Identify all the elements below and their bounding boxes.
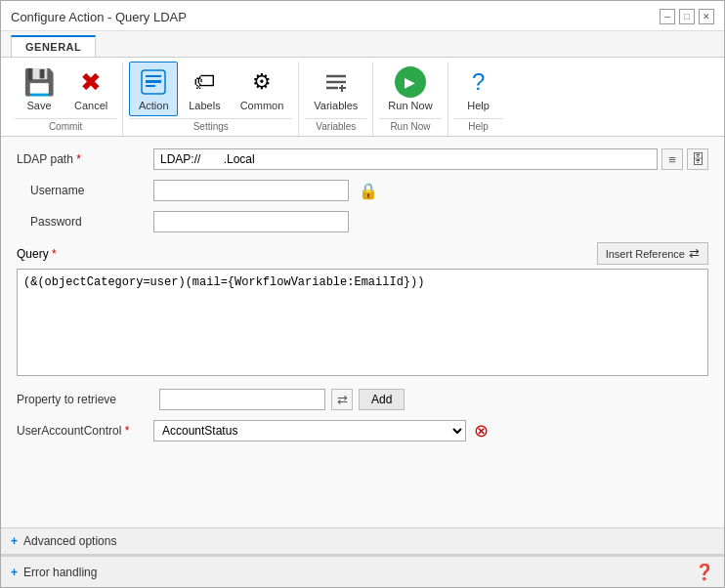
labels-button[interactable]: 🏷 Labels — [180, 62, 229, 116]
cancel-button[interactable]: ✖ Cancel — [65, 62, 116, 116]
action-button[interactable]: Action — [129, 62, 178, 116]
cancel-label: Cancel — [74, 100, 107, 111]
variables-icon — [320, 66, 352, 98]
error-handling-section: + Error handling ❓ — [1, 555, 724, 587]
property-filter-button[interactable]: ⇄ — [331, 389, 353, 410]
ribbon-group-variables: Variables Variables — [299, 62, 373, 136]
svg-rect-1 — [146, 80, 161, 83]
window-controls: ─ □ ✕ — [660, 9, 714, 24]
help-circle-icon[interactable]: ❓ — [695, 563, 714, 581]
action-icon — [138, 66, 169, 98]
run-now-group-label: Run Now — [379, 118, 441, 132]
password-label: Password — [17, 215, 153, 229]
advanced-expand-icon: + — [11, 534, 18, 548]
ribbon-group-settings: Action 🏷 Labels ⚙ Common Settings — [123, 62, 299, 136]
ribbon-group-commit: 💾 Save ✖ Cancel Commit — [9, 62, 123, 136]
labels-label: Labels — [189, 100, 220, 111]
ldap-required: * — [76, 152, 81, 166]
labels-icon: 🏷 — [189, 66, 220, 98]
query-section: Query * Insert Reference ⇄ (&(objectCate… — [17, 242, 708, 379]
ribbon-group-help: ? Help Help — [448, 62, 509, 136]
password-input[interactable] — [153, 211, 349, 232]
cancel-icon: ✖ — [75, 66, 107, 98]
help-buttons: ? Help — [454, 62, 503, 116]
ribbon: 💾 Save ✖ Cancel Commit — [1, 58, 724, 137]
user-account-controls: AccountStatus ⊗ — [153, 420, 489, 441]
run-now-icon: ▶ — [395, 66, 426, 98]
password-row: Password — [17, 211, 708, 232]
error-handling-header: + Error handling ❓ — [1, 556, 724, 587]
advanced-options-label: Advanced options — [23, 534, 116, 548]
property-label: Property to retrieve — [17, 393, 153, 406]
query-textarea[interactable]: (&(objectCategory=user)(mail={WorkflowVa… — [17, 269, 708, 376]
help-group-label: Help — [454, 118, 503, 132]
tabs-bar: GENERAL — [1, 31, 724, 58]
insert-ref-icon: ⇄ — [689, 246, 700, 261]
commit-buttons: 💾 Save ✖ Cancel — [15, 62, 116, 116]
settings-buttons: Action 🏷 Labels ⚙ Common — [129, 62, 292, 116]
save-icon: 💾 — [23, 66, 55, 98]
save-label: Save — [26, 100, 51, 111]
help-label: Help — [467, 100, 490, 111]
user-account-label: UserAccountControl * — [17, 424, 153, 438]
lock-icon: 🔒 — [359, 182, 378, 200]
ribbon-group-run-now: ▶ Run Now Run Now — [373, 62, 448, 136]
run-now-label: Run Now — [388, 100, 432, 111]
common-button[interactable]: ⚙ Common — [232, 62, 293, 116]
error-expand-icon: + — [11, 566, 18, 579]
title-bar: Configure Action - Query LDAP ─ □ ✕ — [1, 1, 724, 31]
query-header: Query * Insert Reference ⇄ — [17, 242, 708, 265]
ldap-path-row: LDAP path * ≡ 🗄 — [17, 148, 708, 170]
insert-reference-button[interactable]: Insert Reference ⇄ — [597, 242, 708, 265]
restore-button[interactable]: □ — [679, 9, 695, 24]
help-icon: ? — [463, 66, 494, 98]
run-now-button[interactable]: ▶ Run Now — [379, 62, 441, 116]
username-label: Username — [17, 184, 153, 197]
window-title: Configure Action - Query LDAP — [11, 10, 187, 24]
tab-general[interactable]: GENERAL — [11, 35, 96, 57]
svg-rect-3 — [146, 85, 155, 87]
ldap-path-input[interactable] — [153, 148, 658, 170]
username-input[interactable] — [153, 180, 349, 201]
property-row: Property to retrieve ⇄ Add — [17, 389, 708, 410]
settings-group-label: Settings — [129, 118, 292, 132]
common-icon: ⚙ — [246, 66, 277, 98]
form-content: LDAP path * ≡ 🗄 Username 🔒 Password — [1, 137, 724, 527]
action-label: Action — [139, 100, 169, 111]
common-label: Common — [240, 100, 284, 111]
help-button[interactable]: ? Help — [454, 62, 503, 116]
svg-rect-2 — [146, 75, 161, 77]
uac-required: * — [125, 424, 130, 438]
ldap-path-label: LDAP path * — [17, 152, 153, 166]
query-required: * — [52, 247, 57, 261]
commit-group-label: Commit — [15, 118, 116, 132]
variables-label: Variables — [314, 100, 358, 111]
query-label: Query * — [17, 247, 57, 261]
ldap-filter-button[interactable]: ≡ — [661, 148, 683, 170]
variables-group-label: Variables — [305, 118, 366, 132]
property-input[interactable] — [159, 389, 325, 410]
username-row: Username 🔒 — [17, 180, 708, 201]
variables-button[interactable]: Variables — [305, 62, 366, 116]
ldap-db-button[interactable]: 🗄 — [687, 148, 708, 170]
main-window: Configure Action - Query LDAP ─ □ ✕ GENE… — [0, 0, 725, 588]
user-account-row: UserAccountControl * AccountStatus ⊗ — [17, 420, 708, 441]
error-handling-label[interactable]: + Error handling — [11, 566, 97, 579]
run-now-buttons: ▶ Run Now — [379, 62, 441, 116]
minimize-button[interactable]: ─ — [660, 9, 675, 24]
advanced-options-header[interactable]: + Advanced options — [1, 528, 724, 555]
close-button[interactable]: ✕ — [699, 9, 714, 24]
error-circle-icon: ⊗ — [474, 420, 489, 441]
ldap-path-controls: ≡ 🗄 — [153, 148, 708, 170]
variables-buttons: Variables — [305, 62, 366, 116]
user-account-select[interactable]: AccountStatus — [153, 420, 466, 441]
add-button[interactable]: Add — [359, 389, 405, 410]
advanced-options-section: + Advanced options — [1, 527, 724, 555]
save-button[interactable]: 💾 Save — [15, 62, 64, 116]
